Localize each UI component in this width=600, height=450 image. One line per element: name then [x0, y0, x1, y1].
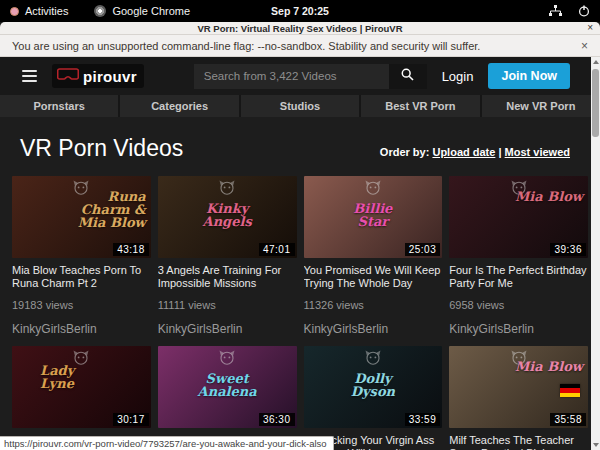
thumbnail-overlay-title: Runa Charm & Mia Blow — [76, 190, 146, 229]
duration-badge: 47:01 — [259, 243, 295, 256]
video-card: Kinky Angels 47:01 3 Angels Are Training… — [158, 176, 297, 336]
video-thumbnail[interactable]: Mia Blow 35:58 — [449, 346, 588, 428]
thumbnail-overlay-title: Sweet Analena — [192, 372, 261, 398]
search-button[interactable] — [389, 64, 427, 89]
order-by-label: Order by: — [380, 146, 430, 158]
studio-link[interactable]: KinkyGirlsBerlin — [158, 322, 297, 336]
video-thumbnail[interactable]: Dolly Dyson 33:59 — [304, 346, 443, 428]
video-thumbnail[interactable]: Billie Star 25:03 — [304, 176, 443, 258]
power-icon[interactable] — [578, 5, 590, 17]
video-thumbnail[interactable]: Kinky Angels 47:01 — [158, 176, 297, 258]
video-title[interactable]: You Promised We Will Keep Trying The Who… — [304, 264, 443, 290]
search-bar — [194, 64, 427, 89]
thumbnail-overlay-title: Dolly Dyson — [338, 372, 407, 398]
vr-goggles-icon — [57, 67, 79, 85]
scroll-down-arrow-icon[interactable] — [593, 443, 599, 447]
studio-watermark-icon — [219, 180, 235, 199]
studio-link[interactable]: KinkyGirlsBerlin — [449, 322, 588, 336]
window-title: VR Porn: Virtual Reality Sex Videos | Pi… — [197, 23, 402, 34]
main-nav: PornstarsCategoriesStudiosBest VR PornNe… — [0, 95, 600, 117]
video-card: Sweet Analena 36:30 Watch Me Getting Dom… — [158, 346, 297, 450]
video-card: Billie Star 25:03 You Promised We Will K… — [304, 176, 443, 336]
chrome-infobar: You are using an unsupported command-lin… — [0, 35, 600, 57]
network-icon[interactable] — [549, 5, 562, 17]
infobar-close-icon[interactable]: × — [581, 39, 588, 53]
thumbnail-overlay-title: Mia Blow — [515, 360, 583, 373]
video-grid: Runa Charm & Mia Blow 43:18 Mia Blow Tea… — [10, 176, 590, 450]
nav-item-studios[interactable]: Studios — [241, 95, 359, 117]
duration-badge: 33:59 — [405, 413, 441, 426]
video-views: 11326 views — [304, 299, 443, 311]
video-card: Lady Lyne 30:17 Are You Awake And Your D… — [12, 346, 151, 450]
video-thumbnail[interactable]: Sweet Analena 36:30 — [158, 346, 297, 428]
chrome-icon — [94, 5, 106, 17]
nav-item-categories[interactable]: Categories — [120, 95, 238, 117]
video-card: Mia Blow 35:58 Milf Teaches The Teacher … — [449, 346, 588, 450]
menu-icon[interactable] — [22, 70, 37, 82]
studio-watermark-icon — [365, 180, 381, 199]
activities-indicator-icon — [10, 7, 19, 16]
video-thumbnail[interactable]: Runa Charm & Mia Blow 43:18 — [12, 176, 151, 258]
order-upload-date-link[interactable]: Upload date — [432, 146, 495, 158]
video-title[interactable]: Mia Blow Teaches Porn To Runa Charm Pt 2 — [12, 264, 151, 290]
video-title[interactable]: 3 Angels Are Training For Impossible Mis… — [158, 264, 297, 290]
duration-badge: 30:17 — [113, 413, 149, 426]
status-url-tooltip: https://pirouvr.com/vr-porn-video/779325… — [0, 436, 334, 450]
page-scrollbar[interactable] — [591, 57, 600, 450]
video-thumbnail[interactable]: Lady Lyne 30:17 — [12, 346, 151, 428]
duration-badge: 25:03 — [405, 243, 441, 256]
window-title-bar[interactable]: VR Porn: Virtual Reality Sex Videos | Pi… — [0, 22, 600, 35]
thumbnail-overlay-title: Kinky Angels — [192, 202, 261, 228]
nav-item-new-vr-porn[interactable]: New VR Porn — [482, 95, 600, 117]
scroll-up-arrow-icon[interactable] — [593, 60, 599, 64]
search-icon — [401, 68, 414, 84]
scrollbar-thumb[interactable] — [592, 69, 599, 137]
clock[interactable]: Sep 7 20:25 — [271, 5, 329, 17]
video-views: 11111 views — [158, 299, 297, 311]
thumbnail-overlay-title: Lady Lyne — [40, 364, 110, 390]
video-card: Dolly Dyson 33:59 Im Fucking Your Virgin… — [304, 346, 443, 450]
studio-watermark-icon — [219, 350, 235, 369]
order-by: Order by: Upload date | Most viewed — [380, 146, 570, 158]
site-logo-text: pirouvr — [83, 68, 137, 85]
page-content: VR Porn Videos Order by: Upload date | M… — [0, 135, 600, 450]
duration-badge: 36:30 — [259, 413, 295, 426]
duration-badge: 43:18 — [113, 243, 149, 256]
video-title[interactable]: Four Is The Perfect Birthday Party For M… — [449, 264, 588, 290]
studio-link[interactable]: KinkyGirlsBerlin — [12, 322, 151, 336]
video-views: 6958 views — [449, 299, 588, 311]
german-flag-icon — [560, 384, 580, 397]
order-most-viewed-link[interactable]: Most viewed — [505, 146, 570, 158]
video-card: Mia Blow 39:36 Four Is The Perfect Birth… — [449, 176, 588, 336]
join-now-button[interactable]: Join Now — [488, 63, 570, 89]
video-card: Runa Charm & Mia Blow 43:18 Mia Blow Tea… — [12, 176, 151, 336]
order-separator: | — [498, 146, 501, 158]
infobar-message: You are using an unsupported command-lin… — [12, 40, 480, 52]
activities-button[interactable]: Activities — [25, 5, 68, 17]
video-views: 19183 views — [12, 299, 151, 311]
studio-link[interactable]: KinkyGirlsBerlin — [304, 322, 443, 336]
site-header: pirouvr Login Join Now — [0, 57, 600, 95]
thumbnail-overlay-title: Mia Blow — [515, 190, 583, 203]
login-link[interactable]: Login — [442, 69, 474, 84]
site-logo[interactable]: pirouvr — [52, 64, 144, 88]
thumbnail-overlay-title: Billie Star — [338, 202, 407, 228]
focused-app-menu[interactable]: Google Chrome — [94, 5, 190, 17]
duration-badge: 35:58 — [550, 413, 586, 426]
nav-item-pornstars[interactable]: Pornstars — [0, 95, 118, 117]
video-thumbnail[interactable]: Mia Blow 39:36 — [449, 176, 588, 258]
focused-app-label: Google Chrome — [112, 5, 190, 17]
nav-item-best-vr-porn[interactable]: Best VR Porn — [361, 95, 479, 117]
studio-watermark-icon — [365, 350, 381, 369]
system-top-bar: Activities Google Chrome Sep 7 20:25 — [0, 0, 600, 22]
video-title[interactable]: Milf Teaches The Teacher Some Practical … — [449, 434, 588, 450]
page-title: VR Porn Videos — [20, 135, 183, 162]
search-input[interactable] — [194, 64, 389, 89]
window-close-icon[interactable]: × — [587, 23, 593, 33]
duration-badge: 39:36 — [550, 243, 586, 256]
